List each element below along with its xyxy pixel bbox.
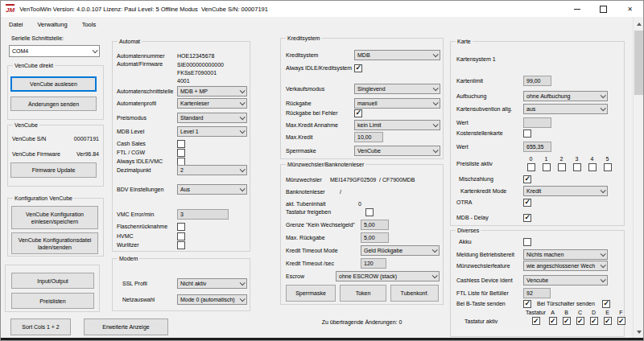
window-bottom-border [1, 338, 643, 341]
rueckgabe-dropdown[interactable]: manuell [354, 98, 440, 109]
automatenschnittstelle-dropdown[interactable]: MDB + MP [177, 86, 247, 97]
preisliste-0-checkbox[interactable] [527, 163, 535, 171]
always-idle-kreditsystem-checkbox[interactable] [354, 64, 362, 72]
meldung-betriebsbereit-label: Meldung Betriebsbereit [456, 252, 523, 257]
kartenkredit-mode-dropdown[interactable]: Kredit [523, 186, 608, 196]
tastatur-freigeben-checkbox[interactable] [365, 208, 374, 216]
title-bar: JM VenToolWin Version: 4.0.0.107 Lizenz:… [1, 1, 643, 17]
ftl-cgw-checkbox[interactable] [177, 149, 185, 157]
grenze-kein-wechselgeld-input[interactable]: 5,00 [361, 220, 389, 230]
akku-checkbox[interactable] [523, 238, 531, 246]
aufbuchung-dropdown[interactable]: ohne Aufbuchung [523, 91, 608, 101]
escrow-dropdown[interactable]: ohne ESCROW (stack) [336, 271, 440, 281]
erweiterte-anzeige-button[interactable]: Erweiterte Anzeige [84, 318, 168, 335]
netzauswahl-label: Netzauswahl [122, 297, 177, 302]
flaschenruecknahme-checkbox[interactable] [177, 223, 185, 231]
preisliste-5-checkbox[interactable] [604, 163, 612, 171]
muenzwechslerfeature-dropdown[interactable]: wie angeschlossener Wech [523, 261, 608, 271]
mdb-level-dropdown[interactable]: Level 1 [177, 126, 247, 137]
cash-sales-checkbox[interactable] [177, 140, 185, 148]
otra-label: OTRA [456, 199, 523, 205]
wurlitzer-checkbox[interactable] [177, 241, 185, 249]
tastatur-0-checkbox[interactable] [532, 317, 540, 325]
kreditsystem-label: Kreditsystem [286, 52, 354, 58]
scrollbar-thumb[interactable] [634, 31, 644, 95]
menu-verwaltung[interactable]: Verwaltung [38, 21, 68, 28]
automatenprofil-dropdown[interactable]: Kartenleser [177, 98, 247, 109]
konfigurationsdatei-laden-button[interactable]: VenCube Konfigurationsdatei laden/senden [11, 232, 98, 254]
menu-tools[interactable]: Tools [82, 21, 97, 28]
firmware-update-button[interactable]: Firmware Update [10, 162, 97, 178]
maximize-icon[interactable] [590, 1, 617, 17]
kredit-timeout-sec-input[interactable]: 120 [361, 258, 386, 269]
tastatur-b-checkbox[interactable] [563, 317, 571, 325]
preisliste-4-checkbox[interactable] [588, 163, 597, 171]
preislisten-button[interactable]: Preislisten [11, 293, 94, 309]
hvmc-checkbox[interactable] [177, 232, 185, 240]
wert-input[interactable] [523, 117, 551, 128]
kartensubvention-dropdown[interactable]: aus [523, 104, 608, 114]
close-icon[interactable] [617, 1, 643, 17]
vencube-auslesen-button[interactable]: VenCube auslesen [10, 76, 97, 92]
bei-b-taste-checkbox[interactable] [523, 300, 531, 308]
preisliste-1-checkbox[interactable] [543, 163, 551, 171]
preisliste-digit: 4 [591, 156, 594, 162]
input-output-button[interactable]: Input/Output [11, 273, 94, 289]
sort-cols-button[interactable]: Sort Cols 1 + 2 [10, 318, 71, 335]
konfiguration-einlesen-button[interactable]: VenCube Konfiguration einlesen/speichern [11, 206, 98, 229]
tastatur-col-header: A [551, 310, 555, 315]
max-rueckgabe-input[interactable]: 5,00 [361, 232, 389, 243]
kreditsystem-dropdown[interactable]: MDB [354, 50, 440, 60]
serial-port-combobox[interactable]: COM4 [9, 45, 100, 57]
sperrmaske-dropdown[interactable]: VenCube [354, 146, 440, 156]
mdb-delay-checkbox[interactable] [523, 214, 531, 222]
preisliste-3-checkbox[interactable] [573, 163, 581, 171]
otra-checkbox[interactable] [523, 199, 531, 207]
tastatur-f-checkbox[interactable] [617, 317, 625, 325]
token-button[interactable]: Token [340, 285, 386, 302]
ftl-liste-input[interactable]: 92 [523, 288, 551, 298]
kostenstellenkarte-checkbox[interactable] [523, 129, 531, 138]
group-modem: Modem SSL Profil Nicht aktiv Netzauswahl… [112, 258, 250, 311]
tubenkonf-button[interactable]: Tubenkonf. [390, 285, 439, 302]
cashless-device-ident-dropdown[interactable]: Vencube [523, 275, 608, 286]
wert2-input[interactable]: 655,35 [523, 142, 551, 152]
kartensystem-label: Kartensystem 1 [456, 56, 523, 62]
tuerschalter-checkbox[interactable] [602, 300, 610, 308]
sperrmaske-button[interactable]: Sperrmaske [286, 285, 336, 302]
bdv-einstellungen-dropdown[interactable]: Aus [177, 184, 247, 195]
kredit-timeout-mode-dropdown[interactable]: Geld Rückgabe [361, 245, 440, 256]
preismodus-dropdown[interactable]: Standard [177, 113, 247, 123]
menu-datei[interactable]: Datei [9, 21, 23, 28]
always-idle-vmc-label: Always IDLE/VMC [117, 158, 177, 164]
tastatur-e-checkbox[interactable] [604, 317, 612, 325]
verkaufsmodus-dropdown[interactable]: Singlevend [354, 84, 440, 94]
scroll-up-icon[interactable] [634, 18, 644, 30]
tastatur-a-checkbox[interactable] [549, 317, 557, 325]
vmc-error-input[interactable]: 3 [177, 209, 229, 220]
rueckgabe-bei-fehler-checkbox[interactable] [354, 109, 362, 117]
group-title: Konfiguration VenCube [13, 195, 74, 202]
mischzahlung-checkbox[interactable] [523, 175, 531, 183]
meldung-betriebsbereit-dropdown[interactable]: Nichts machen [523, 249, 608, 260]
muenzwechsler-value: MEI1479GF02509 / CF7900MDB [330, 177, 415, 183]
netzauswahl-dropdown[interactable]: Mode 0 (automatisch) [177, 294, 247, 305]
dezimalpunkt-dropdown[interactable]: 2 [177, 165, 247, 175]
tastatur-c-checkbox[interactable] [576, 317, 584, 325]
kartenlimit-input[interactable]: 99,00 [523, 76, 551, 86]
aenderungen-senden-button[interactable]: Änderungen senden [10, 97, 97, 111]
vencube-firmware-value: Ver96.84 [76, 151, 99, 157]
serial-port-value: COM4 [12, 48, 28, 54]
tastatur-d-checkbox[interactable] [590, 317, 598, 325]
max-kredit-input[interactable]: 10,00 [354, 132, 383, 142]
max-kredit-annahme-dropdown[interactable]: kein Limit [354, 120, 440, 130]
preisliste-digit: 0 [530, 156, 533, 162]
ssl-profil-dropdown[interactable]: Nicht aktiv [177, 278, 247, 289]
app-icon: JM [6, 4, 14, 14]
minimize-icon[interactable] [564, 1, 590, 17]
scroll-down-icon[interactable] [634, 326, 644, 338]
vertical-scrollbar[interactable] [633, 18, 644, 338]
preisliste-digit: 3 [576, 156, 579, 162]
preisliste-2-checkbox[interactable] [558, 163, 566, 171]
automatennummer-label: Automatennummer [117, 53, 177, 59]
